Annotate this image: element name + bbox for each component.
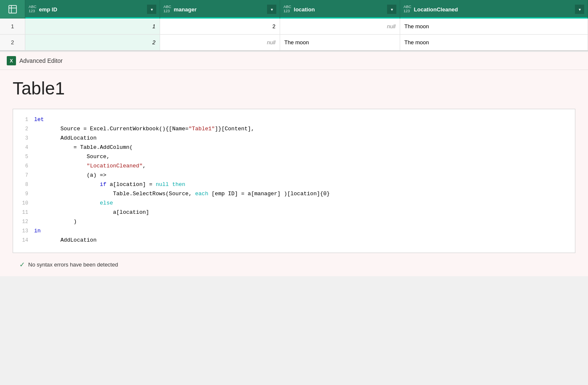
- cell-locationcleaned-2: The moon: [400, 35, 588, 50]
- col-dropdown-empid[interactable]: ▾: [147, 5, 156, 14]
- code-line-9: 9 Table.SelectRows(Source, each [emp ID]…: [13, 190, 575, 199]
- status-bar: ✓ No syntax errors have been detected: [13, 257, 575, 272]
- status-check-icon: ✓: [19, 261, 25, 269]
- col-name-empid: emp ID: [39, 6, 57, 13]
- code-line-6: 6 "LocationCleaned",: [13, 162, 575, 172]
- code-line-2: 2 Source = Excel.CurrentWorkbook(){[Name…: [13, 125, 575, 135]
- col-dropdown-locationcleaned[interactable]: ▾: [575, 5, 584, 14]
- code-line-7: 7 (a) =>: [13, 172, 575, 181]
- editor-content: Table1 1 let 2 Source = Excel.CurrentWor…: [0, 70, 588, 276]
- code-line-1: 1 let: [13, 116, 575, 125]
- svg-rect-0: [9, 5, 16, 13]
- col-header-manager: ABC123 manager ▾: [160, 0, 280, 19]
- table-header: ABC123 emp ID ▾ ABC123 manager ▾ ABC123 …: [0, 0, 588, 19]
- code-line-8: 8 if a[location] = null then: [13, 181, 575, 190]
- cell-locationcleaned-1: The moon: [400, 19, 588, 34]
- row-num-header: [0, 0, 25, 19]
- col-name-locationcleaned: LocationCleaned: [414, 6, 458, 13]
- col-dropdown-manager[interactable]: ▾: [267, 5, 276, 14]
- code-editor[interactable]: 1 let 2 Source = Excel.CurrentWorkbook()…: [13, 109, 575, 253]
- col-name-location: location: [294, 6, 315, 13]
- query-name-heading: Table1: [13, 78, 575, 99]
- row-num-1: 1: [0, 19, 25, 34]
- col-dropdown-location[interactable]: ▾: [387, 5, 396, 14]
- cell-location-1: null: [280, 19, 400, 34]
- col-header-empid: ABC123 emp ID ▾: [25, 0, 160, 19]
- editor-title-label: Advanced Editor: [19, 57, 63, 64]
- code-line-10: 10 else: [13, 199, 575, 209]
- data-table: ABC123 emp ID ▾ ABC123 manager ▾ ABC123 …: [0, 0, 588, 51]
- code-line-13: 13 in: [13, 227, 575, 237]
- code-line-14: 14 AddLocation: [13, 237, 575, 246]
- advanced-editor-panel: X Advanced Editor Table1 1 let 2 Source …: [0, 51, 588, 276]
- code-line-12: 12 ): [13, 218, 575, 227]
- code-line-5: 5 Source,: [13, 153, 575, 162]
- cell-empid-1: 1: [25, 19, 160, 34]
- excel-icon: X: [7, 56, 16, 65]
- col-header-locationcleaned: ABC123 LocationCleaned ▾: [400, 0, 588, 19]
- status-text: No syntax errors have been detected: [28, 261, 118, 268]
- row-num-2: 2: [0, 35, 25, 50]
- col-name-manager: manager: [174, 6, 197, 13]
- table-icon: [8, 5, 17, 13]
- code-line-4: 4 = Table.AddColumn(: [13, 144, 575, 153]
- cell-manager-1: 2: [160, 19, 280, 34]
- cell-location-2: The moon: [280, 35, 400, 50]
- editor-header: X Advanced Editor: [0, 52, 588, 70]
- cell-manager-2: null: [160, 35, 280, 50]
- table-row: 2 2 null The moon The moon: [0, 35, 588, 51]
- cell-empid-2: 2: [25, 35, 160, 50]
- code-line-3: 3 AddLocation: [13, 135, 575, 144]
- table-row: 1 1 2 null The moon: [0, 19, 588, 35]
- code-line-11: 11 a[location]: [13, 209, 575, 218]
- col-header-location: ABC123 location ▾: [280, 0, 400, 19]
